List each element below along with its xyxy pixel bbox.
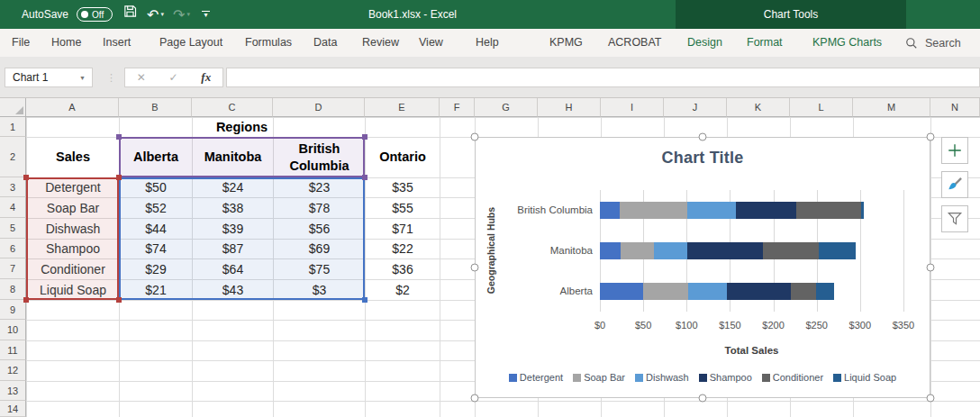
cell-value[interactable]: $38 [193,197,273,218]
x-axis-title[interactable]: Total Sales [600,345,903,356]
insert-function-button[interactable]: fx [201,70,211,85]
column-header-N[interactable]: N [930,98,980,117]
cell-product-label[interactable]: Liquid Soap [27,279,119,300]
cell-value[interactable]: $39 [193,218,273,239]
column-header-F[interactable]: F [440,98,475,117]
cell-product-label[interactable]: Dishwash [27,218,119,239]
cell-value[interactable]: $22 [366,239,440,258]
redo-button[interactable]: ↷▾ [173,6,190,23]
bar-segment-liquid-soap[interactable] [861,202,864,219]
cell-header-sales[interactable]: Sales [27,137,119,177]
column-header-M[interactable]: M [853,98,930,117]
column-header-J[interactable]: J [664,98,727,117]
chart-selection-handle[interactable] [471,394,479,403]
legend-item-detergent[interactable]: Detergent [509,372,563,383]
enter-button[interactable]: ✓ [169,71,178,84]
chart-selection-handle[interactable] [471,133,479,141]
chart-selection-handle[interactable] [471,264,479,272]
bar-segment-dishwash[interactable] [688,283,726,300]
chart-selection-handle[interactable] [927,264,935,272]
chart-selection-handle[interactable] [699,394,707,403]
cell-value[interactable]: $23 [274,177,365,197]
bar-segment-detergent[interactable] [600,242,621,259]
undo-button[interactable]: ↶▾ [147,6,164,23]
cell-value[interactable]: $35 [366,177,440,197]
legend-item-soap-bar[interactable]: Soap Bar [573,372,625,383]
bar-segment-soap-bar[interactable] [643,283,688,300]
cell-value[interactable]: $74 [120,239,192,258]
tab-data[interactable]: Data [313,29,337,57]
tab-kpmg[interactable]: KPMG [549,29,583,57]
cell-value[interactable]: $78 [274,197,365,218]
cell-value[interactable]: $75 [274,258,365,279]
legend-item-liquid-soap[interactable]: Liquid Soap [833,372,896,383]
tab-insert[interactable]: Insert [103,29,131,57]
bar-segment-detergent[interactable] [600,283,643,300]
cancel-button[interactable]: ✕ [137,71,146,84]
chart-filters-button[interactable] [941,205,968,232]
chart-selection-handle[interactable] [927,394,935,403]
chart-title[interactable]: Chart Title [476,149,930,168]
column-header-K[interactable]: K [727,98,790,117]
cell-value[interactable]: $71 [366,218,440,239]
bar-segment-dishwash[interactable] [687,202,736,219]
row-header-10[interactable]: 10 [0,320,26,340]
cell-header-ontario[interactable]: Ontario [366,137,440,177]
cell-value[interactable]: $21 [120,279,192,300]
cell-value[interactable]: $36 [366,258,440,279]
column-header-L[interactable]: L [790,98,853,117]
legend-item-dishwash[interactable]: Dishwash [635,372,689,383]
row-header-1[interactable]: 1 [0,117,26,137]
chart-elements-button[interactable] [941,137,968,164]
cell-product-label[interactable]: Conditioner [27,258,119,279]
bar-segment-liquid-soap[interactable] [816,283,834,300]
column-header-I[interactable]: I [601,98,664,117]
column-header-B[interactable]: B [119,98,192,117]
bar-segment-conditioner[interactable] [791,283,816,300]
cell-value[interactable]: $69 [274,239,365,258]
name-box[interactable]: Chart 1▼ [5,68,93,87]
chart-styles-button[interactable] [941,171,968,198]
tab-formulas[interactable]: Formulas [245,29,292,57]
cell-value[interactable]: $64 [193,258,273,279]
row-header-9[interactable]: 9 [0,300,26,320]
bar-segment-conditioner[interactable] [796,202,861,219]
select-all-corner[interactable] [0,98,26,117]
cell-value[interactable]: $55 [366,197,440,218]
autosave-toggle[interactable]: Off [77,7,113,22]
chart-legend[interactable]: DetergentSoap BarDishwashShampooConditio… [476,372,930,383]
cell-regions-title[interactable]: Regions [119,117,365,137]
tab-help[interactable]: Help [476,29,499,57]
search-box[interactable]: Search [905,29,961,57]
tab-review[interactable]: Review [362,29,399,57]
formula-input[interactable] [226,68,980,87]
cell-header-alberta[interactable]: Alberta [120,137,192,177]
bar-segment-soap-bar[interactable] [621,242,654,259]
row-header-5[interactable]: 5 [0,218,26,239]
bar-segment-shampoo[interactable] [736,202,795,219]
row-header-2[interactable]: 2 [0,137,26,177]
row-header-4[interactable]: 4 [0,197,26,218]
bar-segment-soap-bar[interactable] [620,202,687,219]
row-header-3[interactable]: 3 [0,177,26,197]
save-button[interactable] [122,0,138,29]
bar-segment-shampoo[interactable] [687,242,763,259]
cell-product-label[interactable]: Soap Bar [27,197,119,218]
tab-kpmg-charts[interactable]: KPMG Charts [812,29,882,57]
row-header-13[interactable]: 13 [0,381,26,401]
legend-item-conditioner[interactable]: Conditioner [762,372,823,383]
tab-design[interactable]: Design [687,29,722,57]
cell-header-manitoba[interactable]: Manitoba [193,137,273,177]
cell-value[interactable]: $56 [274,218,365,239]
cell-header-british-columbia[interactable]: British Columbia [274,137,365,177]
column-header-G[interactable]: G [475,98,538,117]
cell-value[interactable]: $43 [193,279,273,300]
customize-quick-access-button[interactable]: ▾ [202,11,210,18]
chart-selection-handle[interactable] [927,133,935,141]
y-axis-title[interactable]: Geographical Hubs [485,207,496,294]
row-header-12[interactable]: 12 [0,360,26,381]
bar-segment-detergent[interactable] [600,202,620,219]
row-header-6[interactable]: 6 [0,239,26,258]
cell-value[interactable]: $52 [120,197,192,218]
cell-value[interactable]: $87 [193,239,273,258]
